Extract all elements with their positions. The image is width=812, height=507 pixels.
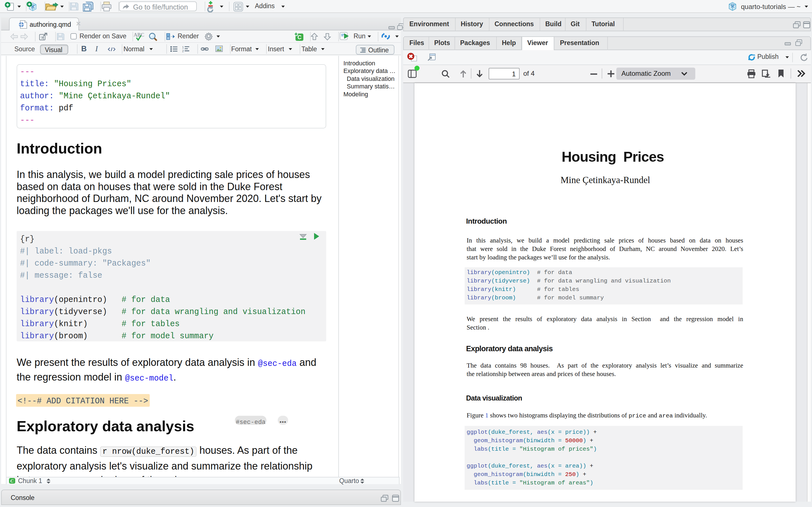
svg-text:C: C xyxy=(297,34,301,40)
svg-text:ABC: ABC xyxy=(134,32,144,38)
svg-text:1: 1 xyxy=(182,46,184,49)
svg-text:2: 2 xyxy=(182,49,184,52)
svg-text:C: C xyxy=(10,478,14,484)
svg-text:R: R xyxy=(731,3,734,9)
